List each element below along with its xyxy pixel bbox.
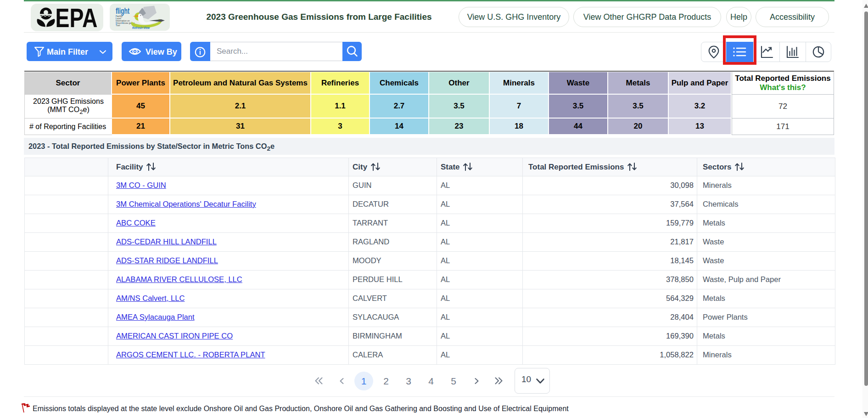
svg-text:View By: View By [146, 47, 177, 56]
svg-text:flight: flight [116, 6, 129, 16]
svg-text:Main Filter: Main Filter [47, 47, 88, 56]
svg-text:Tool: Tool [116, 24, 120, 27]
svg-text:Refresh View: Refresh View [132, 26, 150, 30]
svg-text:EPA: EPA [56, 4, 98, 31]
